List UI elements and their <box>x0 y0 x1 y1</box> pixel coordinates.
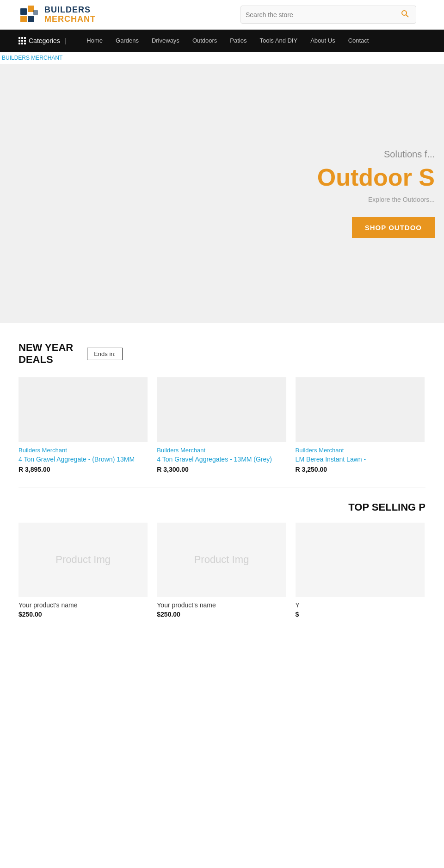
deal-product-name-1[interactable]: 4 Ton Gravel Aggregate - (Brown) 13MM <box>18 456 148 463</box>
top-product-img-2: Product Img <box>157 523 286 597</box>
top-product-name-2[interactable]: Your product's name <box>157 601 286 609</box>
search-area <box>240 6 416 24</box>
categories-button[interactable]: Categories | <box>18 37 66 44</box>
nav-item-contact[interactable]: Contact <box>342 30 376 52</box>
categories-divider: | <box>65 37 67 44</box>
search-box <box>240 6 416 24</box>
grid-icon <box>18 37 26 44</box>
deals-section: NEW YEAR DEALS Ends in: Builders Merchan… <box>0 323 444 487</box>
deal-product-img-2 <box>157 377 286 442</box>
nav-item-patios[interactable]: Patios <box>223 30 253 52</box>
nav-link-about-us[interactable]: About Us <box>304 30 341 52</box>
nav-link-patios[interactable]: Patios <box>223 30 253 52</box>
nav-item-home[interactable]: Home <box>80 30 109 52</box>
svg-point-5 <box>402 11 407 15</box>
nav-item-driveways[interactable]: Driveways <box>145 30 186 52</box>
hero-desc: Explore the Outdoors... <box>317 196 435 203</box>
breadcrumb: BUILDERS MERCHANT <box>0 52 444 64</box>
deal-product-brand-2: Builders Merchant <box>157 447 286 454</box>
deal-product-name-3[interactable]: LM Berea Instant Lawn - <box>296 456 425 463</box>
search-button[interactable] <box>399 8 411 21</box>
site-header: BUILDERS MERCHANT <box>0 0 444 30</box>
deal-product-card-2: Builders Merchant 4 Ton Gravel Aggregate… <box>157 377 286 473</box>
nav-link-contact[interactable]: Contact <box>342 30 376 52</box>
ends-in-badge: Ends in: <box>87 348 123 360</box>
top-product-price-2: $250.00 <box>157 611 286 618</box>
nav-link-gardens[interactable]: Gardens <box>109 30 145 52</box>
top-product-name-3[interactable]: Y <box>296 601 425 609</box>
top-selling-section: TOP SELLING P Product Img Your product's… <box>0 487 444 637</box>
nav-item-about-us[interactable]: About Us <box>304 30 341 52</box>
deal-product-img-1 <box>18 377 148 442</box>
top-selling-title: TOP SELLING P <box>348 501 426 513</box>
top-product-name-1[interactable]: Your product's name <box>18 601 148 609</box>
top-product-watermark-1: Product Img <box>56 554 111 566</box>
logo-builders: BUILDERS <box>44 6 96 15</box>
deal-product-brand-1: Builders Merchant <box>18 447 148 454</box>
logo-text: BUILDERS MERCHANT <box>44 6 96 24</box>
deal-product-name-2[interactable]: 4 Ton Gravel Aggregates - 13MM (Grey) <box>157 456 286 463</box>
svg-rect-2 <box>20 16 27 22</box>
main-nav: Categories | Home Gardens Driveways Outd… <box>0 30 444 52</box>
deal-product-card-3: Builders Merchant LM Berea Instant Lawn … <box>296 377 425 473</box>
deals-title-line2: DEALS <box>18 354 73 366</box>
deals-header: NEW YEAR DEALS Ends in: <box>18 342 426 366</box>
deals-products-row: Builders Merchant 4 Ton Gravel Aggregate… <box>18 377 426 473</box>
svg-line-6 <box>406 15 408 17</box>
breadcrumb-text[interactable]: BUILDERS MERCHANT <box>2 55 62 61</box>
top-selling-header: TOP SELLING P <box>18 501 426 513</box>
top-product-watermark-2: Product Img <box>194 554 249 566</box>
hero-banner: Solutions f... Outdoor S Explore the Out… <box>0 64 444 323</box>
ends-in-label: Ends in: <box>94 350 116 357</box>
nav-link-tools-diy[interactable]: Tools And DIY <box>253 30 304 52</box>
deal-product-img-3 <box>296 377 425 442</box>
logo-merchant: MERCHANT <box>44 15 96 24</box>
nav-item-tools-diy[interactable]: Tools And DIY <box>253 30 304 52</box>
svg-rect-4 <box>33 10 38 15</box>
top-product-card-2: Product Img Your product's name $250.00 <box>157 523 286 618</box>
search-icon <box>401 10 409 18</box>
svg-rect-0 <box>20 8 27 15</box>
deals-title: NEW YEAR DEALS <box>18 342 73 366</box>
categories-label: Categories <box>29 37 60 44</box>
nav-link-home[interactable]: Home <box>80 30 109 52</box>
nav-item-gardens[interactable]: Gardens <box>109 30 145 52</box>
deals-title-line1: NEW YEAR <box>18 342 73 354</box>
deal-product-price-3: R 3,250.00 <box>296 466 425 473</box>
deal-product-price-1: R 3,895.00 <box>18 466 148 473</box>
deal-product-brand-3: Builders Merchant <box>296 447 425 454</box>
top-product-price-1: $250.00 <box>18 611 148 618</box>
top-product-img-1: Product Img <box>18 523 148 597</box>
top-product-img-3 <box>296 523 425 597</box>
nav-link-outdoors[interactable]: Outdoors <box>186 30 223 52</box>
top-product-price-3: $ <box>296 611 425 618</box>
hero-title: Outdoor S <box>317 163 435 191</box>
nav-links: Home Gardens Driveways Outdoors Patios T… <box>80 30 375 52</box>
logo[interactable]: BUILDERS MERCHANT <box>18 4 96 26</box>
deal-product-card-1: Builders Merchant 4 Ton Gravel Aggregate… <box>18 377 148 473</box>
top-products-row: Product Img Your product's name $250.00 … <box>18 523 426 618</box>
top-product-card-3: Y $ <box>296 523 425 618</box>
top-product-card-1: Product Img Your product's name $250.00 <box>18 523 148 618</box>
search-input[interactable] <box>246 8 399 21</box>
deal-product-price-2: R 3,300.00 <box>157 466 286 473</box>
nav-link-driveways[interactable]: Driveways <box>145 30 186 52</box>
logo-icon <box>18 4 41 26</box>
svg-rect-3 <box>28 16 34 22</box>
footer-space <box>0 637 444 674</box>
hero-content: Solutions f... Outdoor S Explore the Out… <box>317 149 444 238</box>
nav-item-outdoors[interactable]: Outdoors <box>186 30 223 52</box>
hero-subtitle: Solutions f... <box>317 149 435 160</box>
svg-rect-1 <box>28 6 34 12</box>
hero-shop-button[interactable]: SHOP OUTDOO <box>352 217 435 238</box>
